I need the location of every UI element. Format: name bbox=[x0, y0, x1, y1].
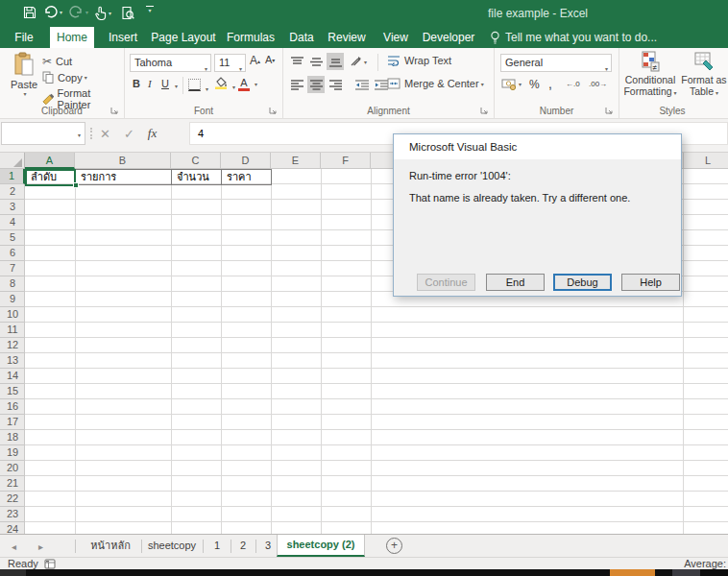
row-header-9[interactable]: 9 bbox=[0, 292, 25, 307]
sheet-tab-3[interactable]: 3 bbox=[257, 535, 279, 557]
font-dialog-launcher-icon[interactable] bbox=[269, 107, 278, 115]
name-box[interactable]: ▾ bbox=[1, 122, 85, 145]
paste-dropdown-icon[interactable]: ▾ bbox=[10, 90, 40, 97]
debug-button[interactable]: Debug bbox=[553, 274, 612, 291]
print-preview-icon[interactable] bbox=[121, 6, 134, 20]
tab-review[interactable]: Review bbox=[325, 27, 369, 48]
col-header-B[interactable]: B bbox=[75, 153, 171, 169]
underline-button[interactable]: U bbox=[161, 78, 169, 89]
undo-button[interactable]: ▾ bbox=[43, 6, 62, 18]
align-top-button[interactable] bbox=[288, 53, 305, 70]
touch-mode-button[interactable]: ▾ bbox=[94, 6, 111, 20]
row-header-24[interactable]: 24 bbox=[0, 522, 25, 534]
row-header-1[interactable]: 1 bbox=[0, 169, 25, 184]
fill-handle[interactable] bbox=[73, 182, 79, 188]
tab-home[interactable]: Home bbox=[50, 27, 94, 48]
col-header-L[interactable]: L bbox=[683, 153, 728, 169]
copy-button[interactable]: Copy ▾ bbox=[42, 71, 87, 84]
accounting-format-button[interactable]: ▾ bbox=[501, 78, 522, 90]
font-name-combo[interactable]: Tahoma ▾ bbox=[130, 54, 211, 72]
decrease-decimal-button[interactable]: .00→ bbox=[589, 80, 607, 88]
row-header-14[interactable]: 14 bbox=[0, 369, 25, 384]
help-button[interactable]: Help bbox=[621, 274, 680, 291]
new-sheet-button[interactable]: + bbox=[386, 538, 402, 554]
tab-insert[interactable]: Insert bbox=[104, 27, 142, 48]
font-size-combo[interactable]: 11 ▾ bbox=[214, 54, 246, 72]
tab-data[interactable]: Data bbox=[285, 27, 318, 48]
row-header-7[interactable]: 7 bbox=[0, 261, 25, 276]
number-format-combo[interactable]: General ▾ bbox=[500, 54, 612, 72]
row-header-11[interactable]: 11 bbox=[0, 323, 25, 338]
row-header-4[interactable]: 4 bbox=[0, 215, 25, 230]
redo-button[interactable]: ▾ bbox=[69, 6, 88, 18]
enter-icon[interactable]: ✓ bbox=[124, 127, 134, 141]
row-header-18[interactable]: 18 bbox=[0, 430, 25, 445]
format-as-table-button[interactable]: Format as Table▾ bbox=[681, 51, 727, 99]
undo-dropdown-icon[interactable]: ▾ bbox=[60, 9, 62, 15]
conditional-formatting-button[interactable]: ≠ Conditional Formatting▾ bbox=[620, 51, 680, 99]
sheet-tab-2[interactable]: 2 bbox=[232, 535, 254, 557]
tab-view[interactable]: View bbox=[379, 27, 412, 48]
row-header-6[interactable]: 6 bbox=[0, 246, 25, 261]
col-header-F[interactable]: F bbox=[321, 153, 371, 169]
borders-button[interactable]: ▾ bbox=[188, 79, 208, 93]
row-header-12[interactable]: 12 bbox=[0, 338, 25, 353]
row-header-19[interactable]: 19 bbox=[0, 445, 25, 461]
col-header-D[interactable]: D bbox=[221, 153, 271, 169]
tab-formulas[interactable]: Formulas bbox=[224, 27, 278, 48]
increase-font-size-button[interactable]: A▴ bbox=[250, 54, 260, 67]
sheet-tab-main[interactable]: หน้าหลัก bbox=[81, 535, 140, 557]
row-header-8[interactable]: 8 bbox=[0, 276, 25, 292]
tell-me-box[interactable]: Tell me what you want to do... bbox=[505, 27, 657, 48]
taskbar-active-app[interactable] bbox=[610, 569, 655, 576]
orientation-button[interactable]: ▾ bbox=[346, 53, 371, 70]
wrap-text-button[interactable]: Wrap Text bbox=[387, 55, 451, 66]
tab-page-layout[interactable]: Page Layout bbox=[150, 27, 217, 48]
tab-file[interactable]: File bbox=[8, 27, 40, 48]
insert-function-icon[interactable]: fx bbox=[148, 126, 157, 141]
row-header-16[interactable]: 16 bbox=[0, 399, 25, 415]
end-button[interactable]: End bbox=[486, 274, 545, 291]
save-icon[interactable] bbox=[23, 6, 36, 19]
row-header-15[interactable]: 15 bbox=[0, 384, 25, 399]
percent-style-button[interactable]: % bbox=[529, 78, 540, 91]
row-header-13[interactable]: 13 bbox=[0, 353, 25, 369]
underline-dropdown-icon[interactable]: ▾ bbox=[175, 83, 178, 89]
clipboard-dialog-launcher-icon[interactable] bbox=[110, 107, 119, 115]
align-center-button[interactable] bbox=[307, 76, 325, 93]
decrease-indent-button[interactable] bbox=[353, 76, 371, 93]
sheet-nav-left-icon[interactable]: ◂ bbox=[12, 541, 16, 552]
select-all-corner[interactable] bbox=[0, 153, 25, 169]
touch-mode-dropdown-icon[interactable]: ▾ bbox=[109, 10, 111, 16]
bold-button[interactable]: B bbox=[133, 78, 140, 89]
row-header-20[interactable]: 20 bbox=[0, 461, 25, 476]
row-header-2[interactable]: 2 bbox=[0, 184, 25, 200]
customize-qat-icon[interactable]: ▾ bbox=[146, 6, 154, 13]
align-right-button[interactable] bbox=[327, 76, 344, 93]
comma-style-button[interactable]: , bbox=[548, 76, 552, 91]
cancel-icon[interactable]: ✕ bbox=[100, 127, 110, 141]
cut-button[interactable]: ✂ Cut bbox=[42, 55, 72, 68]
dialog-title-bar[interactable]: Microsoft Visual Basic bbox=[394, 134, 681, 159]
decrease-font-size-button[interactable]: A▾ bbox=[265, 54, 275, 65]
font-color-button[interactable]: A ▾ bbox=[238, 77, 257, 91]
number-dialog-launcher-icon[interactable] bbox=[605, 107, 614, 115]
align-bottom-button[interactable] bbox=[327, 53, 344, 70]
row-header-22[interactable]: 22 bbox=[0, 492, 25, 507]
sheet-tab-1[interactable]: 1 bbox=[206, 535, 228, 557]
paste-button[interactable]: Paste ▾ bbox=[8, 52, 40, 97]
tab-developer[interactable]: Developer bbox=[420, 27, 477, 48]
merge-center-button[interactable]: Merge & Center ▾ bbox=[387, 78, 484, 89]
fill-color-button[interactable]: ▾ bbox=[213, 77, 235, 91]
redo-dropdown-icon[interactable]: ▾ bbox=[85, 9, 88, 15]
italic-button[interactable]: I bbox=[148, 78, 152, 89]
row-header-3[interactable]: 3 bbox=[0, 200, 25, 215]
row-header-10[interactable]: 10 bbox=[0, 307, 25, 323]
col-header-C[interactable]: C bbox=[171, 153, 221, 169]
row-header-23[interactable]: 23 bbox=[0, 507, 25, 522]
align-middle-button[interactable] bbox=[307, 53, 325, 70]
col-header-A[interactable]: A bbox=[25, 153, 75, 169]
alignment-dialog-launcher-icon[interactable] bbox=[480, 107, 489, 115]
col-header-E[interactable]: E bbox=[271, 153, 321, 169]
row-header-5[interactable]: 5 bbox=[0, 230, 25, 246]
